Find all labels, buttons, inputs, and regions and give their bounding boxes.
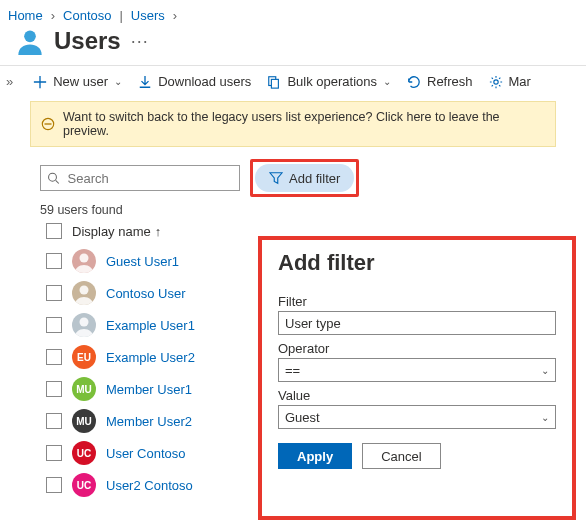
breadcrumb-blade[interactable]: Users (131, 8, 165, 23)
expand-icon[interactable]: » (6, 74, 13, 89)
search-icon (47, 171, 60, 185)
chevron-down-icon: ⌄ (383, 76, 391, 87)
results-count: 59 users found (0, 201, 586, 219)
chevron-right-icon: › (173, 8, 177, 23)
operator-field-label: Operator (278, 341, 556, 356)
bulk-icon (267, 75, 281, 89)
user-name-link[interactable]: Member User2 (106, 414, 192, 429)
manage-button[interactable]: Mar (489, 74, 531, 89)
bulk-operations-button[interactable]: Bulk operations ⌄ (267, 74, 391, 89)
svg-point-11 (80, 318, 89, 327)
search-row: Add filter (0, 155, 586, 201)
toolbar: » New user ⌄ Download users Bulk operati… (0, 66, 586, 97)
column-label: Display name (72, 224, 151, 239)
search-field[interactable] (66, 170, 233, 187)
svg-point-0 (24, 31, 36, 43)
select-all-checkbox[interactable] (46, 223, 62, 239)
filter-panel-highlight: Add filter Filter User type Operator == … (258, 236, 576, 520)
row-checkbox[interactable] (46, 445, 62, 461)
operator-field-select[interactable]: == ⌄ (278, 358, 556, 382)
bulk-operations-label: Bulk operations (287, 74, 377, 89)
gear-icon (489, 75, 503, 89)
chevron-down-icon: ⌄ (541, 412, 549, 423)
chevron-down-icon: ⌄ (114, 76, 122, 87)
avatar: UC (72, 441, 96, 465)
row-checkbox[interactable] (46, 253, 62, 269)
avatar (72, 281, 96, 305)
user-name-link[interactable]: Contoso User (106, 286, 185, 301)
svg-point-7 (80, 254, 89, 263)
sort-asc-icon: ↑ (155, 224, 162, 239)
chevron-down-icon: ⌄ (541, 365, 549, 376)
add-filter-label: Add filter (289, 171, 340, 186)
avatar: MU (72, 377, 96, 401)
add-filter-button[interactable]: Add filter (255, 164, 354, 192)
user-name-link[interactable]: Example User2 (106, 350, 195, 365)
user-name-link[interactable]: User Contoso (106, 446, 185, 461)
user-name-link[interactable]: Example User1 (106, 318, 195, 333)
row-checkbox[interactable] (46, 477, 62, 493)
user-name-link[interactable]: User2 Contoso (106, 478, 193, 493)
refresh-button[interactable]: Refresh (407, 74, 473, 89)
row-checkbox[interactable] (46, 413, 62, 429)
user-icon (16, 27, 44, 55)
refresh-label: Refresh (427, 74, 473, 89)
filter-icon (269, 171, 283, 185)
value-field-label: Value (278, 388, 556, 403)
row-checkbox[interactable] (46, 317, 62, 333)
value-field-select[interactable]: Guest ⌄ (278, 405, 556, 429)
value-field-value: Guest (285, 410, 320, 425)
notice-text: Want to switch back to the legacy users … (63, 110, 545, 138)
user-name-link[interactable]: Guest User1 (106, 254, 179, 269)
filter-field-label: Filter (278, 294, 556, 309)
filter-field-input[interactable]: User type (278, 311, 556, 335)
breadcrumb-org[interactable]: Contoso (63, 8, 111, 23)
row-checkbox[interactable] (46, 381, 62, 397)
chevron-right-icon: › (51, 8, 55, 23)
breadcrumb: Home › Contoso | Users › (0, 0, 586, 27)
page-title: Users (54, 27, 121, 55)
search-input[interactable] (40, 165, 240, 191)
cancel-button[interactable]: Cancel (362, 443, 440, 469)
preview-notice[interactable]: Want to switch back to the legacy users … (30, 101, 556, 147)
svg-point-5 (49, 173, 57, 181)
panel-button-row: Apply Cancel (278, 443, 556, 469)
download-icon (138, 75, 152, 89)
apply-button[interactable]: Apply (278, 443, 352, 469)
manage-label: Mar (509, 74, 531, 89)
filter-panel: Add filter Filter User type Operator == … (262, 240, 572, 479)
operator-field-value: == (285, 363, 300, 378)
row-checkbox[interactable] (46, 349, 62, 365)
svg-rect-2 (272, 79, 279, 88)
row-checkbox[interactable] (46, 285, 62, 301)
filter-panel-heading: Add filter (278, 250, 556, 276)
page-header: Users ··· (0, 27, 586, 65)
add-filter-highlight: Add filter (250, 159, 359, 197)
filter-field-value: User type (285, 316, 341, 331)
avatar (72, 249, 96, 273)
avatar: UC (72, 473, 96, 497)
separator: | (119, 8, 122, 23)
breadcrumb-home[interactable]: Home (8, 8, 43, 23)
download-users-label: Download users (158, 74, 251, 89)
download-users-button[interactable]: Download users (138, 74, 251, 89)
avatar: EU (72, 345, 96, 369)
svg-point-3 (493, 79, 497, 83)
remove-icon (41, 117, 55, 131)
plus-icon (33, 75, 47, 89)
avatar: MU (72, 409, 96, 433)
new-user-button[interactable]: New user ⌄ (33, 74, 122, 89)
column-display-name[interactable]: Display name ↑ (72, 224, 161, 239)
refresh-icon (407, 75, 421, 89)
svg-point-9 (80, 286, 89, 295)
more-actions-button[interactable]: ··· (131, 31, 149, 52)
avatar (72, 313, 96, 337)
user-name-link[interactable]: Member User1 (106, 382, 192, 397)
new-user-label: New user (53, 74, 108, 89)
